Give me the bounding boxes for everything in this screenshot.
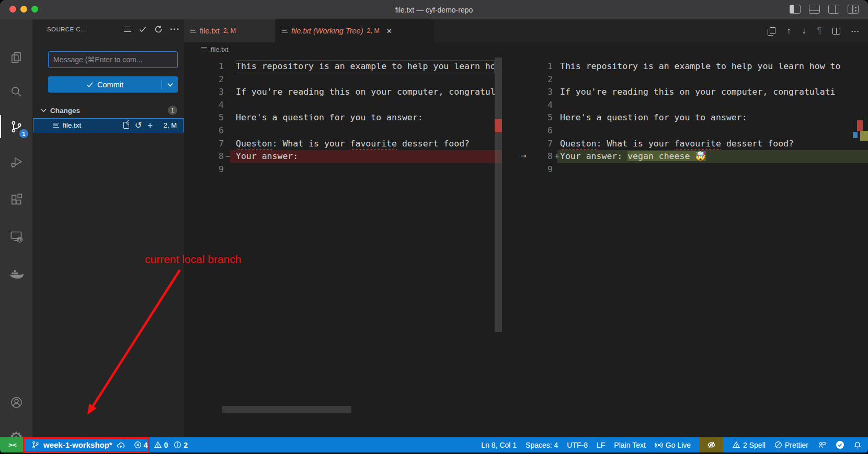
code-line[interactable]: 9 — [184, 163, 502, 176]
misspelled-word: Queston — [236, 139, 272, 149]
go-live-label: Go Live — [666, 441, 691, 449]
docker-icon[interactable] — [0, 260, 32, 288]
code-line[interactable]: 6 — [507, 124, 868, 138]
go-live-button[interactable]: Go Live — [655, 437, 691, 452]
spell-checker-status[interactable]: 2 Spell — [732, 437, 766, 452]
overview-ruler-info-mark — [853, 132, 858, 138]
branch-name: week-1-workshop* — [43, 440, 112, 449]
code-line[interactable]: 7Queston: What is your favourite dessert… — [184, 138, 502, 151]
text-file-icon — [190, 29, 196, 33]
discard-changes-icon[interactable]: ↺ — [135, 120, 142, 130]
commit-check-icon[interactable] — [139, 25, 147, 33]
changes-section-header[interactable]: Changes 1 — [32, 104, 184, 117]
tab-label: file.txt (Working Tree) — [291, 27, 363, 35]
search-icon[interactable] — [0, 78, 32, 105]
status-check-button[interactable] — [836, 437, 844, 452]
code-line[interactable]: 4 — [507, 99, 868, 112]
error-lens-toggle[interactable] — [700, 437, 723, 452]
source-control-header: SOURCE C... ··· — [32, 19, 184, 39]
notifications-bell-button[interactable] — [853, 437, 862, 452]
toggle-secondary-sidebar-icon[interactable] — [828, 5, 839, 14]
source-control-icon[interactable]: 1 — [0, 113, 32, 140]
code-line[interactable]: 3If you're reading this on your computer… — [507, 86, 868, 99]
language-mode[interactable]: Plain Text — [614, 437, 645, 452]
diff-original-pane[interactable]: 1This repository is an example to help y… — [184, 56, 502, 437]
commit-message-input[interactable] — [48, 51, 178, 68]
status-bar-right: Ln 8, Col 1 Spaces: 4 UTF-8 LF Plain Tex… — [481, 437, 868, 452]
diff-sash[interactable] — [502, 56, 507, 437]
code-line[interactable]: 8+Your answer: vegan cheese 🤯 — [507, 150, 868, 163]
code-line[interactable]: 2 — [184, 73, 502, 86]
tab-file-txt-working-tree[interactable]: file.txt (Working Tree) 2, M ✕ — [276, 19, 434, 42]
code-line[interactable]: 2 — [507, 73, 868, 86]
code-text: Queston: What is your favourite dessert … — [236, 138, 495, 151]
remote-explorer-icon[interactable] — [0, 223, 32, 250]
file-row-actions: ↺ + — [123, 120, 153, 131]
cursor-position[interactable]: Ln 8, Col 1 — [481, 437, 517, 452]
line-number: 1 — [184, 60, 224, 73]
line-number: 2 — [507, 73, 553, 86]
previous-change-icon[interactable]: ↑ — [786, 26, 791, 36]
run-debug-icon[interactable] — [0, 149, 32, 176]
breadcrumb[interactable]: file.txt — [184, 42, 868, 56]
file-name: file.txt — [63, 121, 81, 129]
eol-sequence[interactable]: LF — [597, 437, 605, 452]
chevron-down-icon — [167, 83, 173, 87]
split-editor-icon[interactable] — [832, 28, 840, 35]
diff-editor: 1This repository is an example to help y… — [184, 56, 868, 437]
modified-code: 1This repository is an example to help y… — [507, 60, 868, 176]
commit-button[interactable]: Commit — [48, 76, 178, 93]
line-number: 6 — [507, 124, 553, 138]
code-line[interactable]: 5Here's a question for you to answer: — [184, 111, 502, 124]
toggle-sidebar-icon[interactable] — [790, 5, 801, 14]
horizontal-scrollbar[interactable] — [222, 406, 351, 413]
commit-dropdown-button[interactable] — [162, 83, 178, 87]
indentation[interactable]: Spaces: 4 — [526, 437, 558, 452]
code-line[interactable]: 1This repository is an example to help y… — [507, 60, 868, 73]
remote-indicator[interactable]: >< — [0, 437, 25, 452]
open-changes-icon[interactable] — [768, 27, 775, 35]
encoding[interactable]: UTF-8 — [567, 437, 588, 452]
broadcast-icon — [655, 441, 663, 449]
more-actions-icon[interactable]: ··· — [851, 27, 860, 35]
problems-indicator[interactable]: 4 0 2 — [134, 437, 191, 452]
line-number: 1 — [507, 60, 553, 73]
code-line[interactable]: 8−Your answer: — [184, 150, 502, 163]
changed-file-row[interactable]: file.txt ↺ + 2, M — [33, 118, 184, 132]
extensions-icon[interactable] — [0, 186, 32, 213]
revert-change-arrow-icon[interactable]: → — [521, 150, 526, 161]
tab-file-txt[interactable]: file.txt 2, M — [184, 19, 276, 42]
text-file-icon — [201, 47, 207, 51]
view-mode-icon[interactable] — [124, 27, 131, 32]
toggle-panel-icon[interactable] — [809, 5, 820, 14]
code-line[interactable]: 6 — [184, 124, 502, 138]
code-line[interactable]: 4 — [184, 99, 502, 112]
code-line[interactable]: 3If you're reading this on your computer… — [184, 86, 502, 99]
customize-layout-icon[interactable] — [848, 5, 859, 14]
feedback-button[interactable] — [817, 437, 827, 452]
vertical-scrollbar[interactable] — [495, 58, 502, 332]
status-bar: >< week-1-workshop* 4 0 2 Ln 8, Col 1 Sp… — [0, 437, 868, 452]
tab-status: 2, M — [223, 27, 236, 35]
line-number: 9 — [507, 163, 553, 176]
explorer-icon[interactable] — [0, 44, 32, 71]
open-file-icon[interactable] — [123, 122, 129, 129]
next-change-icon[interactable]: ↓ — [802, 26, 806, 36]
diff-modified-pane[interactable]: 1This repository is an example to help y… — [507, 56, 868, 437]
refresh-icon[interactable] — [154, 25, 163, 33]
prettier-status[interactable]: Prettier — [774, 437, 808, 452]
toggle-whitespace-icon[interactable]: ¶ — [817, 26, 821, 36]
remote-icon: >< — [8, 441, 17, 449]
line-number: 4 — [184, 99, 224, 112]
more-actions-icon[interactable]: ··· — [170, 25, 180, 34]
close-tab-icon[interactable]: ✕ — [386, 27, 392, 35]
code-line[interactable]: 1This repository is an example to help y… — [184, 60, 502, 73]
code-line[interactable]: 7Queston: What is your favourite dessert… — [507, 138, 868, 151]
accounts-icon[interactable] — [0, 389, 32, 416]
code-line[interactable]: 9 — [507, 163, 868, 176]
branch-indicator[interactable]: week-1-workshop* — [31, 437, 125, 452]
stage-changes-icon[interactable]: + — [147, 120, 153, 131]
diff-sign: + — [554, 150, 559, 163]
warning-count: 0 — [164, 441, 168, 449]
code-line[interactable]: 5Here's a question for you to answer: — [507, 111, 868, 124]
